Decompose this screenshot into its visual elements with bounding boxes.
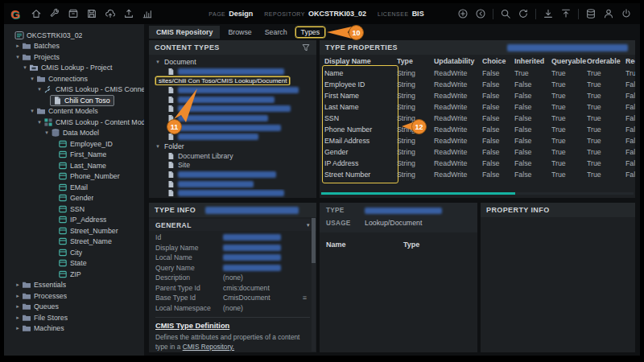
cmis-repository-link[interactable]: CMIS Repository. <box>183 343 234 351</box>
tree-expand-icon[interactable]: ▸ <box>14 293 21 299</box>
content-type-item-highlighted[interactable]: sites/Chili Con Toso/CMIS Lookup/Documen… <box>149 76 316 85</box>
column-header-required[interactable]: Required <box>625 57 635 65</box>
content-type-item-redacted[interactable] <box>149 113 316 123</box>
filter-icon[interactable] <box>301 43 311 52</box>
table-row[interactable]: Street NumberStringReadWriteFalseFalseTr… <box>320 169 635 180</box>
column-header-display-name[interactable]: Display Name <box>324 57 397 65</box>
tree-collapse-icon[interactable]: ▾ <box>29 108 35 114</box>
tree-collapse-icon[interactable]: ▾ <box>14 54 21 60</box>
vertical-scrollbar[interactable] <box>312 218 316 352</box>
cloud-upload-icon[interactable] <box>105 8 116 19</box>
tree-collapse-icon[interactable]: ▾ <box>29 76 35 82</box>
column-header-type[interactable]: Type <box>397 57 434 65</box>
table-row[interactable]: EMail AddressStringReadWriteFalseFalseTr… <box>320 135 635 146</box>
column-header-choice[interactable]: Choice <box>482 57 514 65</box>
archive-icon[interactable] <box>68 8 79 19</box>
tree-item-essentials[interactable]: ▸Essentials <box>4 280 144 291</box>
scrollbar-thumb[interactable] <box>312 218 316 263</box>
repository-value[interactable]: OKCSTRKI03_02 <box>308 10 366 18</box>
tab-browse[interactable]: Browse <box>223 27 256 38</box>
column-header-orderable[interactable]: Orderable <box>587 57 625 65</box>
tree-item-cmis-lookup-project[interactable]: ▾CMIS Lookup - Project <box>4 63 144 74</box>
back-circle-icon[interactable] <box>475 8 486 19</box>
horizontal-scrollbar[interactable] <box>321 192 634 195</box>
tree-item-content-models[interactable]: ▾Content Models <box>4 106 144 117</box>
tree-item-state[interactable]: State <box>4 258 144 269</box>
tree-item-employee-id[interactable]: Employee_ID <box>4 138 144 150</box>
tree-collapse-icon[interactable]: ▾ <box>36 86 43 93</box>
tab-search[interactable]: Search <box>260 27 292 38</box>
tools-icon[interactable] <box>49 8 60 19</box>
column-header-type[interactable]: Type <box>403 241 419 249</box>
tree-item-batches[interactable]: ▸Batches <box>4 41 144 52</box>
tree-item-last-name[interactable]: Last_Name <box>4 160 144 171</box>
column-header-inherited[interactable]: Inherited <box>514 57 551 65</box>
collapse-chevron-icon[interactable]: ▾ <box>307 222 310 228</box>
tree-expand-icon[interactable]: ▸ <box>14 282 21 288</box>
tree-item-cmis-lookup-cmis-connection[interactable]: ▾CMIS Lookup - CMIS Connection <box>4 84 144 96</box>
table-row[interactable]: Phone NumberStringReadWriteFalseFalseTru… <box>320 124 635 135</box>
tree-item-file-stores[interactable]: ▸File Stores <box>4 312 144 323</box>
user-icon[interactable] <box>603 8 614 19</box>
tree-item-city[interactable]: City <box>4 247 144 258</box>
tree-collapse-icon[interactable]: ▾ <box>155 143 161 150</box>
search-icon[interactable] <box>500 8 511 19</box>
tree-item-street-number[interactable]: Street_Number <box>4 225 144 237</box>
menu-icon[interactable]: ≡ <box>303 294 307 302</box>
tree-collapse-icon[interactable]: ▾ <box>43 130 50 136</box>
upload-icon[interactable] <box>560 8 572 19</box>
content-type-group-folder[interactable]: ▾Folder <box>149 142 316 151</box>
tree-expand-icon[interactable]: ▸ <box>14 315 21 321</box>
tree-item-email[interactable]: EMail <box>4 182 144 193</box>
database-icon[interactable] <box>585 8 597 19</box>
tree-item-ssn[interactable]: SSN <box>4 204 144 215</box>
bar-chart-icon[interactable] <box>142 8 153 19</box>
content-type-item-redacted[interactable] <box>149 189 316 198</box>
tree-expand-icon[interactable]: ▸ <box>14 303 21 310</box>
table-row[interactable]: GenderStringReadWriteFalseFalseTrueTrueF… <box>320 146 635 158</box>
content-type-item-document-library[interactable]: Document Library <box>149 151 316 161</box>
tree-item-processes[interactable]: ▸Processes <box>4 290 144 302</box>
tree-collapse-icon[interactable]: ▾ <box>155 59 161 65</box>
cmis-type-definition-link[interactable]: CMIS Type Definition <box>149 320 316 332</box>
content-type-item-redacted[interactable] <box>149 170 316 179</box>
table-row[interactable]: Employee IDStringReadWriteFalseFalseTrue… <box>320 79 635 90</box>
general-section-header[interactable]: GENERAL ▾ <box>149 219 316 231</box>
tree-collapse-icon[interactable]: ▾ <box>36 119 43 125</box>
column-header-name[interactable]: Name <box>326 241 403 249</box>
table-row[interactable]: Last NameStringReadWriteFalseFalseTrueTr… <box>320 101 635 113</box>
content-type-item-redacted[interactable] <box>149 85 316 95</box>
tree-item-gender[interactable]: Gender <box>4 193 144 204</box>
add-circle-icon[interactable] <box>457 8 469 19</box>
content-type-item-redacted[interactable] <box>149 95 316 105</box>
table-row[interactable]: SSNStringReadWriteFalseFalseTrueTrueFals… <box>320 113 635 124</box>
column-header-updatability[interactable]: Updatability <box>434 57 482 65</box>
tree-item-cmis-lookup-content-model[interactable]: ▾CMIS Lookup - Content Model <box>4 117 144 128</box>
tab-cmis-repository[interactable]: CMIS Repository <box>149 26 220 39</box>
refresh-icon[interactable] <box>518 8 529 19</box>
content-type-item-redacted[interactable] <box>149 133 316 142</box>
column-header-queryable[interactable]: Queryable <box>551 57 587 65</box>
tree-item-connections[interactable]: ▾Connections <box>4 73 144 84</box>
app-logo[interactable]: G <box>10 7 23 21</box>
tree-expand-icon[interactable]: ▸ <box>14 325 21 331</box>
scrollbar-thumb[interactable] <box>321 192 515 195</box>
table-row[interactable]: IP AddressStringReadWriteFalseFalseTrueT… <box>320 158 635 169</box>
home-icon[interactable] <box>31 8 42 19</box>
content-type-group-document[interactable]: ▾Document <box>149 57 316 67</box>
tree-item-okcstrki03-02[interactable]: OKCSTRKI03_02 <box>4 30 144 41</box>
page-value[interactable]: Design <box>229 10 253 18</box>
tree-item-ip-address[interactable]: IP_Address <box>4 215 144 226</box>
tree-item-street-name[interactable]: Street_Name <box>4 237 144 248</box>
tree-item-first-name[interactable]: First_Name <box>4 150 144 161</box>
power-icon[interactable] <box>621 8 632 19</box>
tree-item-phone-number[interactable]: Phone_Number <box>4 171 144 183</box>
tree-item-chili-con-toso[interactable]: Chili Con Toso <box>4 95 144 106</box>
tab-types[interactable]: Types <box>295 27 325 38</box>
table-row[interactable]: NameStringReadWriteFalseTrueTrueTrueTrue <box>320 68 635 79</box>
content-type-item-redacted[interactable] <box>149 123 316 133</box>
tree-item-projects[interactable]: ▾Projects <box>4 51 144 63</box>
content-type-item-site[interactable]: Site <box>149 161 316 171</box>
export-icon[interactable] <box>123 8 134 19</box>
tree-item-machines[interactable]: ▸Machines <box>4 323 144 335</box>
